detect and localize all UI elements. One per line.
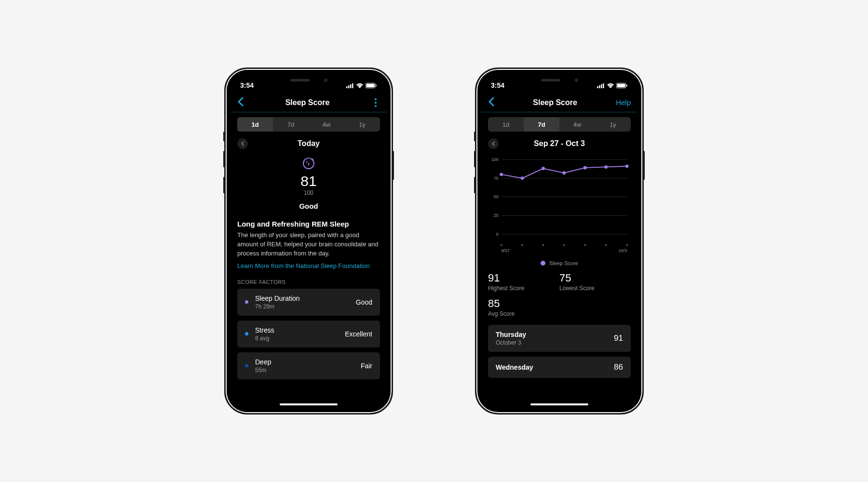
factor-sub: 7h 29m	[255, 303, 356, 310]
factor-sub: 8 avg	[255, 335, 345, 342]
factor-dot-icon	[245, 332, 248, 335]
battery-icon	[366, 83, 377, 88]
stage: 3:54 Sleep Score 1d 7d 4w 1y	[0, 0, 868, 482]
wifi-icon	[356, 83, 364, 88]
svg-point-40	[626, 244, 628, 246]
svg-rect-5	[366, 84, 375, 87]
screen: 3:54 Sleep Score 1d 7d 4w 1y	[231, 74, 387, 408]
factor-rating: Good	[356, 298, 372, 306]
home-indicator[interactable]	[530, 403, 588, 405]
factor-name: Stress	[255, 326, 345, 334]
legend-dot-icon	[541, 261, 545, 266]
back-button[interactable]	[488, 97, 494, 108]
score-value: 81	[237, 174, 380, 188]
score-rating: Good	[237, 202, 380, 210]
page-title: Sleep Score	[285, 98, 330, 107]
factor-name: Deep	[255, 358, 361, 366]
factor-rating: Fair	[361, 362, 372, 370]
svg-point-27	[500, 173, 503, 176]
svg-text:100: 100	[491, 157, 499, 162]
svg-point-39	[605, 244, 607, 246]
svg-rect-3	[352, 83, 353, 88]
svg-text:25: 25	[494, 213, 499, 218]
timeframe-segmented-control[interactable]: 1d 7d 4w 1y	[488, 117, 631, 132]
score-max: 100	[237, 189, 380, 196]
factor-dot-icon	[245, 364, 248, 367]
svg-point-32	[604, 165, 608, 169]
score-factors-header: SCORE FACTORS	[237, 279, 380, 285]
segment-1y[interactable]: 1y	[595, 117, 631, 132]
stat-avg: 85 Avg Score	[488, 298, 559, 317]
insight-link[interactable]: Learn More from the National Sleep Found…	[237, 262, 380, 269]
chart-legend: Sleep Score	[488, 260, 631, 266]
svg-rect-16	[626, 84, 627, 86]
nav-bar: Sleep Score Help	[481, 93, 637, 112]
segment-1d[interactable]: 1d	[488, 117, 524, 132]
help-button[interactable]: Help	[616, 98, 631, 107]
svg-rect-6	[376, 84, 377, 86]
svg-rect-1	[348, 85, 350, 88]
screen: 3:54 Sleep Score Help 1d 7d 4w 1y	[481, 74, 637, 408]
segment-4w[interactable]: 4w	[559, 117, 595, 132]
factor-sub: 55m	[255, 367, 361, 374]
stat-label: Lowest Score	[559, 285, 631, 292]
more-menu-button[interactable]	[371, 98, 380, 107]
svg-point-34	[501, 244, 502, 246]
cellular-signal-icon	[597, 83, 605, 88]
day-value: 86	[614, 362, 623, 372]
legend-label: Sleep Score	[549, 260, 578, 266]
insight-title: Long and Refreshing REM Sleep	[237, 220, 380, 228]
stat-value: 75	[559, 273, 631, 283]
segment-1y[interactable]: 1y	[344, 117, 380, 132]
segment-1d[interactable]: 1d	[237, 117, 273, 132]
timeframe-segmented-control[interactable]: 1d 7d 4w 1y	[237, 117, 380, 132]
home-indicator[interactable]	[280, 403, 338, 405]
status-time: 3:54	[491, 81, 504, 89]
day-name: Wednesday	[496, 363, 614, 371]
page-title: Sleep Score	[533, 98, 577, 107]
stats-grid: 91 Highest Score 75 Lowest Score 85 Avg …	[488, 273, 631, 317]
svg-rect-11	[599, 85, 600, 88]
svg-point-37	[563, 244, 565, 246]
svg-rect-15	[617, 84, 625, 87]
svg-point-30	[562, 171, 566, 174]
stat-value: 85	[488, 298, 559, 309]
segment-4w[interactable]: 4w	[309, 117, 344, 132]
chart-svg: 02550751009/2710/3	[488, 156, 631, 255]
day-row-thursday[interactable]: Thursday October 3 91	[488, 325, 631, 352]
svg-text:z: z	[306, 160, 308, 163]
svg-rect-12	[601, 84, 602, 88]
stat-label: Highest Score	[488, 285, 559, 292]
phone-frame-left: 3:54 Sleep Score 1d 7d 4w 1y	[224, 67, 393, 415]
stat-value: 91	[488, 273, 559, 283]
insight-section: Long and Refreshing REM Sleep The length…	[237, 220, 380, 269]
day-value: 91	[614, 334, 623, 343]
date-label: Sep 27 - Oct 3	[534, 139, 585, 148]
factor-deep[interactable]: Deep 55m Fair	[237, 352, 380, 379]
svg-point-31	[583, 166, 587, 169]
wifi-icon	[607, 83, 614, 88]
segment-7d[interactable]: 7d	[524, 117, 559, 132]
svg-text:0: 0	[496, 232, 499, 237]
factor-stress[interactable]: Stress 8 avg Excellent	[237, 321, 380, 348]
stat-lowest: 75 Lowest Score	[559, 273, 631, 292]
insight-body: The length of your sleep, paired with a …	[237, 231, 380, 258]
date-row: Today	[237, 139, 380, 148]
svg-text:9/27: 9/27	[502, 248, 510, 253]
sleep-moon-icon: z z	[237, 156, 380, 172]
svg-rect-0	[346, 86, 348, 88]
previous-date-button[interactable]	[488, 138, 499, 149]
back-button[interactable]	[237, 97, 244, 108]
factor-sleep-duration[interactable]: Sleep Duration 7h 29m Good	[237, 289, 380, 316]
previous-date-button[interactable]	[237, 138, 248, 149]
factor-dot-icon	[245, 300, 248, 304]
svg-rect-2	[350, 84, 352, 88]
stat-label: Avg Score	[488, 310, 559, 317]
day-row-wednesday[interactable]: Wednesday 86	[488, 357, 631, 378]
svg-rect-13	[603, 83, 604, 88]
sleep-score-chart[interactable]: 02550751009/2710/3	[488, 156, 631, 255]
date-row: Sep 27 - Oct 3	[488, 139, 631, 148]
segment-7d[interactable]: 7d	[273, 117, 309, 132]
svg-point-36	[542, 244, 544, 246]
svg-text:10/3: 10/3	[619, 248, 627, 253]
